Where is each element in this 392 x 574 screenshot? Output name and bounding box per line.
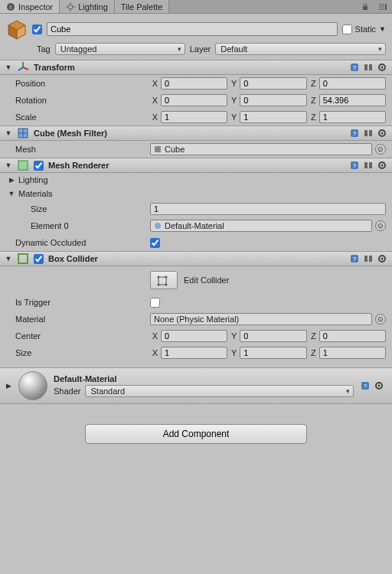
boxcollider-header[interactable]: ▼ Box Collider ? <box>0 251 392 266</box>
gear-icon[interactable] <box>377 128 387 139</box>
static-toggle[interactable]: Static ▼ <box>342 24 386 34</box>
object-picker-icon[interactable]: ⊙ <box>375 220 386 231</box>
dynamic-occluded-checkbox[interactable] <box>150 238 160 248</box>
transform-header[interactable]: ▼ Transform ? <box>0 60 392 75</box>
tab-label: Tile Palette <box>121 2 163 11</box>
svg-rect-42 <box>18 254 28 263</box>
gear-icon[interactable] <box>377 160 387 171</box>
help-icon[interactable]: ? <box>349 160 360 171</box>
static-checkbox[interactable] <box>342 24 352 34</box>
foldout-icon[interactable]: ▼ <box>5 64 12 71</box>
enabled-checkbox[interactable] <box>32 24 42 34</box>
center-label: Center <box>15 331 150 341</box>
svg-text:?: ? <box>353 256 357 263</box>
svg-point-2 <box>68 5 73 9</box>
meshrenderer-header[interactable]: ▼ Mesh Renderer ? <box>0 158 392 173</box>
gameobject-name-input[interactable] <box>47 22 338 36</box>
preset-icon[interactable] <box>363 253 374 264</box>
help-icon[interactable]: ? <box>349 253 360 264</box>
object-picker-icon[interactable]: ⊙ <box>375 144 386 155</box>
help-icon[interactable]: ? <box>360 380 371 391</box>
svg-line-17 <box>18 67 23 70</box>
foldout-icon[interactable]: ▼ <box>5 161 12 169</box>
svg-point-57 <box>378 385 381 387</box>
scale-z-input[interactable] <box>319 111 386 123</box>
svg-text:?: ? <box>353 130 357 137</box>
gear-icon[interactable] <box>377 253 387 264</box>
foldout-icon[interactable]: ▶ <box>5 382 12 390</box>
material-header[interactable]: ▶ Default-Material Shader Standard ? <box>0 367 392 404</box>
scale-label: Scale <box>15 113 150 122</box>
component-title: Cube (Mesh Filter) <box>34 129 345 138</box>
help-icon[interactable]: ? <box>349 128 360 139</box>
boxcollider-enabled-checkbox[interactable] <box>34 254 44 264</box>
foldout-icon[interactable]: ▼ <box>8 190 15 197</box>
meshfilter-header[interactable]: ▼ Cube (Mesh Filter) ? <box>0 126 392 141</box>
istrigger-checkbox[interactable] <box>150 298 160 308</box>
scale-x-input[interactable] <box>161 111 227 123</box>
materials-foldout-label[interactable]: Materials <box>18 189 53 198</box>
mesh-icon <box>17 127 29 139</box>
foldout-icon[interactable]: ▶ <box>8 176 15 184</box>
meshrenderer-enabled-checkbox[interactable] <box>34 161 44 171</box>
position-y-input[interactable] <box>240 77 306 90</box>
tab-tilepalette[interactable]: Tile Palette <box>115 0 170 13</box>
preset-icon[interactable] <box>363 160 374 171</box>
size-y-input[interactable] <box>240 347 306 359</box>
tag-label: Tag <box>37 44 51 54</box>
physic-material-field[interactable]: None (Physic Material) <box>150 313 372 325</box>
materials-size-input[interactable] <box>150 203 386 215</box>
tag-dropdown[interactable]: Untagged <box>55 43 185 55</box>
svg-point-48 <box>381 258 384 260</box>
transform-icon <box>17 61 29 73</box>
panel-menu-icon[interactable] <box>374 0 392 13</box>
gear-icon[interactable] <box>374 380 384 391</box>
collider-size-label: Size <box>15 348 150 357</box>
rotation-z-input[interactable] <box>319 94 386 106</box>
object-picker-icon[interactable]: ⊙ <box>375 314 386 325</box>
tab-lighting[interactable]: Lighting <box>60 0 115 13</box>
edit-collider-button[interactable] <box>150 271 178 289</box>
svg-rect-45 <box>364 256 368 262</box>
position-z-input[interactable] <box>319 77 386 90</box>
rotation-x-input[interactable] <box>161 94 227 106</box>
svg-point-40 <box>381 165 384 167</box>
info-icon: i <box>6 2 15 11</box>
size-x-input[interactable] <box>161 347 227 359</box>
element0-object-field[interactable]: Default-Material <box>150 220 372 232</box>
svg-point-52 <box>158 284 160 286</box>
foldout-icon[interactable]: ▼ <box>5 255 12 263</box>
tab-inspector[interactable]: i Inspector <box>0 0 60 13</box>
center-x-input[interactable] <box>161 330 227 342</box>
help-icon[interactable]: ? <box>349 62 360 73</box>
lighting-foldout-label[interactable]: Lighting <box>18 175 48 184</box>
add-component-button[interactable]: Add Component <box>85 424 307 444</box>
preset-icon[interactable] <box>363 128 374 139</box>
svg-rect-21 <box>369 64 372 70</box>
size-z-input[interactable] <box>319 347 386 359</box>
foldout-icon[interactable]: ▼ <box>5 129 12 137</box>
rotation-y-input[interactable] <box>240 94 306 106</box>
shader-dropdown[interactable]: Standard <box>85 385 354 397</box>
tab-label: Lighting <box>78 2 108 11</box>
svg-text:?: ? <box>353 64 357 71</box>
position-x-input[interactable] <box>161 77 227 90</box>
svg-rect-20 <box>364 64 368 70</box>
svg-rect-34 <box>18 161 28 170</box>
component-title: Mesh Renderer <box>48 161 345 170</box>
chevron-down-icon[interactable]: ▼ <box>379 25 386 33</box>
material-name: Default-Material <box>54 374 354 383</box>
gear-icon[interactable] <box>377 62 387 73</box>
scale-y-input[interactable] <box>240 111 306 123</box>
mesh-object-field[interactable]: Cube <box>150 143 372 155</box>
center-y-input[interactable] <box>240 330 306 342</box>
static-label: Static <box>355 24 377 34</box>
lock-icon[interactable] <box>357 0 374 13</box>
svg-rect-7 <box>363 6 368 10</box>
layer-dropdown[interactable]: Default <box>215 43 386 55</box>
center-z-input[interactable] <box>319 330 386 342</box>
mesh-label: Mesh <box>15 145 150 154</box>
preset-icon[interactable] <box>363 62 374 73</box>
svg-text:?: ? <box>353 162 357 169</box>
svg-point-51 <box>165 276 168 279</box>
